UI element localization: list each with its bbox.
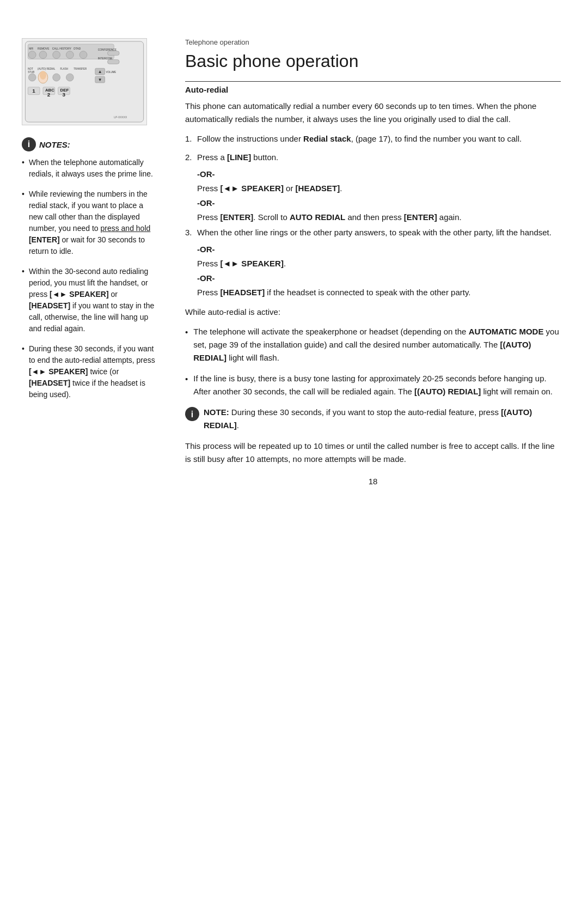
phone-image: MR REMOVE CALL HISTORY DTAD CONFERENCE I… [22, 38, 147, 125]
svg-point-22 [40, 71, 46, 80]
note-auto-redial-bold: [(AUTO) REDIAL] [204, 407, 532, 430]
list-item: When the telephone automatically redials… [22, 157, 158, 180]
step-1-number: 1. [185, 132, 197, 145]
step-1-bold: Redial stack [303, 134, 351, 143]
step-1-text: Follow the instructions under Redial sta… [197, 132, 522, 145]
step-1: 1. Follow the instructions under Redial … [185, 132, 561, 145]
svg-point-6 [28, 51, 36, 59]
or-line-1: -OR- [197, 169, 561, 179]
svg-text:2: 2 [47, 92, 51, 98]
press-headset-bold2: [HEADSET] [220, 288, 265, 297]
svg-rect-14 [107, 60, 119, 64]
intro-text: This phone can automatically redial a nu… [185, 100, 561, 126]
svg-text:VOLUME: VOLUME [106, 71, 117, 74]
note-2-text: While reviewing the numbers in the redia… [29, 188, 158, 257]
bullet-list: The telephone will activate the speakerp… [185, 325, 561, 398]
svg-point-8 [53, 51, 60, 59]
or-line-4: -OR- [197, 273, 561, 283]
bullet-1-text: The telephone will activate the speakerp… [193, 325, 561, 364]
note-1-text: When the telephone automatically redials… [29, 157, 158, 180]
press-enter-text: Press [ENTER]. Scroll to AUTO REDIAL and… [197, 211, 561, 224]
press-headset-bold: [HEADSET] [296, 184, 340, 193]
svg-text:MR: MR [29, 47, 33, 50]
info-icon: i [22, 137, 36, 151]
svg-point-24 [66, 74, 74, 81]
auto-mode-bold: AUTOMATIC MODE [469, 327, 544, 336]
step-3-text: When the other line rings or the other p… [197, 226, 552, 239]
step-2-number: 2. [185, 151, 197, 164]
page: MR REMOVE CALL HISTORY DTAD CONFERENCE I… [0, 0, 588, 907]
list-item: During these 30 sec­onds, if you want to… [22, 343, 158, 400]
step-2: 2. Press a [LINE] button. [185, 151, 561, 164]
press-headset-text: Press [HEADSET] if the headset is connec… [197, 286, 561, 299]
note-4-bold1: [◄► SPEAKER] [29, 367, 88, 376]
auto-redial-bold: AUTO REDIAL [290, 212, 345, 222]
closing-text: This process will be repeated up to 10 t… [185, 440, 561, 466]
step-2-text: Press a [LINE] button. [197, 151, 278, 164]
press-enter-bold1: [ENTER] [220, 212, 254, 222]
press-enter-bold2: [ENTER] [404, 212, 437, 222]
notes-list: When the telephone automatically redials… [22, 157, 158, 400]
press-speaker-only-bold: [◄► SPEAKER] [220, 259, 284, 268]
svg-point-20 [28, 74, 36, 81]
note-3-text: Within the 30-second auto redialing peri… [29, 266, 158, 334]
svg-text:NOT: NOT [28, 68, 33, 70]
svg-text:▼: ▼ [98, 77, 102, 82]
step3-list: 3. When the other line rings or the othe… [185, 226, 561, 239]
right-column: Telephone operation Basic phone operatio… [169, 22, 588, 885]
svg-text:(AUTO) REDIAL: (AUTO) REDIAL [38, 68, 56, 70]
steps-list: 1. Follow the instructions under Redial … [185, 132, 561, 164]
note-label-bold: NOTE: [204, 407, 229, 417]
bullet-item-2: If the line is busy, there is a busy ton… [185, 372, 561, 398]
subsection-title: Auto-redial [185, 85, 561, 94]
svg-text:FLASH: FLASH [60, 68, 68, 70]
section-divider [185, 81, 561, 82]
list-item: Within the 30-second auto redialing peri… [22, 266, 158, 334]
svg-point-23 [53, 74, 60, 81]
bullet-2-text: If the line is busy, there is a busy ton… [193, 372, 561, 398]
notes-title: NOTES: [39, 140, 70, 149]
bullet-item-1: The telephone will activate the speakerp… [185, 325, 561, 364]
or-line-3: -OR- [197, 245, 561, 254]
step-3: 3. When the other line rings or the othe… [185, 226, 561, 239]
svg-text:LP-XXXXX: LP-XXXXX [114, 116, 127, 119]
auto-redial-bracket-bold1: [(AUTO) REDIAL] [193, 340, 531, 362]
svg-text:REMOVE: REMOVE [38, 47, 50, 50]
svg-text:▲: ▲ [98, 69, 102, 74]
svg-text:CONFERENCE: CONFERENCE [98, 48, 117, 51]
press-speaker-only: Press [◄► SPEAKER]. [197, 257, 561, 270]
step-3-number: 3. [185, 226, 197, 239]
svg-text:STUB: STUB [28, 71, 34, 74]
svg-point-10 [79, 51, 87, 59]
svg-rect-12 [107, 51, 119, 56]
note-3-bold1: [◄► SPEAKER] [50, 290, 109, 299]
svg-text:INTERCOM: INTERCOM [98, 57, 112, 60]
list-item: While reviewing the numbers in the redia… [22, 188, 158, 257]
while-active-label: While auto-redial is active: [185, 306, 561, 319]
page-number: 18 [185, 477, 561, 486]
note-block: i NOTE: During these 30 seconds, if you … [185, 406, 561, 432]
svg-text:3: 3 [63, 92, 66, 98]
step-2-bold: [LINE] [227, 153, 251, 162]
svg-text:TRANSFER: TRANSFER [74, 68, 87, 70]
svg-text:1: 1 [32, 88, 35, 94]
note-4-bold2: [HEADSET] [29, 379, 70, 387]
note-3-bold2: [HEADSET] [29, 301, 70, 310]
svg-text:DTAD: DTAD [74, 47, 81, 50]
note-2-bold: [ENTER] [29, 235, 60, 244]
svg-point-9 [66, 51, 74, 59]
press-speaker-bold: [◄► SPEAKER] [220, 184, 284, 193]
main-title: Basic phone operation [185, 51, 561, 71]
note-block-text: NOTE: During these 30 seconds, if you wa… [204, 406, 561, 432]
section-label: Telephone operation [185, 38, 561, 46]
svg-point-7 [39, 51, 47, 59]
press-speaker-headset: Press [◄► SPEAKER] or [HEADSET]. [197, 182, 561, 195]
or-line-2: -OR- [197, 198, 561, 208]
note-4-text: During these 30 sec­onds, if you want to… [29, 343, 158, 400]
left-column: MR REMOVE CALL HISTORY DTAD CONFERENCE I… [0, 22, 169, 885]
auto-redial-bracket-bold2: [(AUTO) REDIAL] [414, 387, 481, 396]
note-info-icon: i [185, 407, 199, 421]
notes-header: i NOTES: [22, 137, 158, 151]
note-2-underline: press and hold [100, 224, 150, 233]
svg-text:CALL HISTORY: CALL HISTORY [52, 47, 72, 50]
